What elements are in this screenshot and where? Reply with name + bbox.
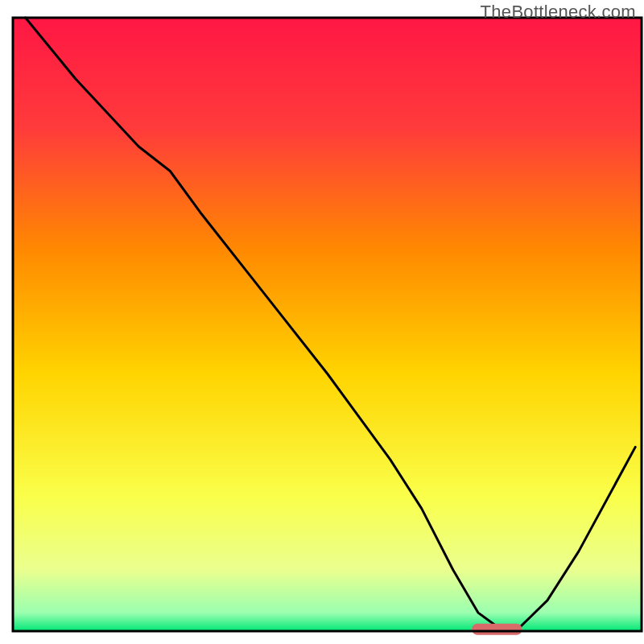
chart-svg: [0, 0, 644, 644]
minimum-marker: [472, 624, 522, 635]
bottleneck-chart: TheBottleneck.com: [0, 0, 644, 644]
watermark-label: TheBottleneck.com: [481, 2, 636, 23]
plot-background: [13, 18, 642, 631]
